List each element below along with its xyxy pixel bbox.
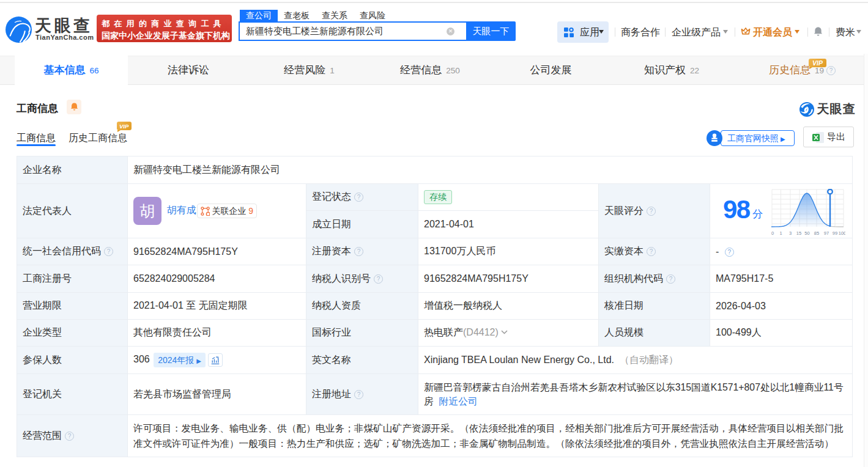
svg-text:97: 97 xyxy=(824,230,829,236)
svg-text:85: 85 xyxy=(814,230,819,236)
svg-text:99: 99 xyxy=(833,230,837,236)
svg-text:100: 100 xyxy=(839,230,845,236)
svg-text:1: 1 xyxy=(779,230,782,236)
svg-text:50: 50 xyxy=(804,230,809,236)
svg-text:0: 0 xyxy=(771,230,774,236)
svg-text:15: 15 xyxy=(796,230,801,236)
svg-text:3: 3 xyxy=(789,230,792,236)
